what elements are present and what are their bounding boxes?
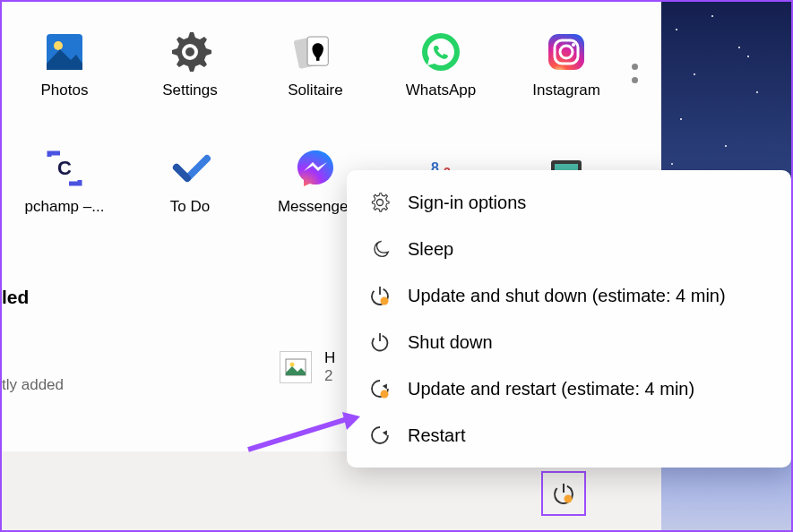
svg-point-1 (54, 41, 63, 50)
restart-icon (368, 424, 392, 447)
app-label: WhatsApp (406, 82, 476, 99)
power-icon (368, 330, 392, 354)
svg-point-32 (377, 200, 384, 206)
svg-point-35 (381, 297, 389, 305)
menu-label: Restart (408, 425, 465, 446)
menu-sleep[interactable]: Sleep (347, 226, 791, 272)
clipchamp-icon: C (42, 146, 87, 191)
app-whatsapp[interactable]: WhatsApp (378, 11, 504, 118)
svg-point-38 (381, 390, 389, 399)
recent-file-line-2: 2 (324, 367, 335, 385)
messenger-icon (293, 146, 338, 191)
power-update-icon (368, 284, 392, 307)
menu-label: Update and restart (estimate: 4 min) (408, 379, 694, 399)
menu-label: Sleep (408, 239, 453, 260)
gear-icon (368, 191, 392, 214)
app-solitaire[interactable]: Solitaire (253, 11, 378, 118)
instagram-icon (544, 30, 589, 74)
svg-point-28 (290, 363, 295, 367)
recent-file-item[interactable]: H 2 (280, 349, 335, 385)
todo-icon (168, 146, 212, 191)
image-file-icon (280, 351, 312, 383)
svg-point-3 (185, 47, 194, 56)
svg-text:C: C (57, 157, 72, 179)
moon-icon (368, 237, 392, 261)
app-label: Settings (162, 82, 217, 99)
svg-rect-6 (316, 56, 320, 60)
settings-gear-icon (168, 30, 212, 74)
recent-file-text: H 2 (324, 349, 335, 385)
app-settings[interactable]: Settings (127, 11, 253, 118)
photos-icon (42, 30, 87, 74)
app-photos[interactable]: Photos (2, 11, 127, 118)
recently-added-label: tly added (2, 376, 64, 394)
menu-label: Sign-in options (408, 193, 526, 213)
app-todo[interactable]: To Do (127, 127, 253, 235)
solitaire-icon (293, 30, 338, 74)
recent-file-line-1: H (324, 349, 335, 367)
power-button[interactable] (541, 471, 586, 516)
app-label: Solitaire (288, 82, 342, 99)
power-menu: Sign-in options Sleep Update and shut do… (347, 170, 791, 468)
app-label: Photos (41, 82, 89, 99)
power-icon (551, 481, 576, 506)
app-clipchamp[interactable]: C pchamp –... (2, 127, 127, 235)
menu-update-shutdown[interactable]: Update and shut down (estimate: 4 min) (347, 272, 791, 319)
pinned-apps-row-1: Photos Settings S (2, 11, 661, 118)
svg-point-31 (565, 495, 573, 503)
menu-update-restart[interactable]: Update and restart (estimate: 4 min) (347, 365, 791, 412)
menu-signin-options[interactable]: Sign-in options (347, 179, 791, 226)
menu-label: Shut down (408, 332, 493, 353)
svg-point-11 (572, 43, 575, 47)
app-label: pchamp –... (25, 198, 105, 216)
menu-restart[interactable]: Restart (347, 412, 791, 459)
menu-label: Update and shut down (estimate: 4 min) (408, 286, 726, 306)
app-label: Messenger (278, 198, 353, 216)
section-heading: led (2, 287, 29, 308)
restart-update-icon (368, 377, 392, 400)
whatsapp-icon (418, 30, 463, 74)
app-instagram[interactable]: Instagram (504, 11, 629, 118)
app-label: Instagram (532, 82, 600, 99)
app-label: To Do (170, 198, 210, 216)
more-options-button[interactable] (625, 56, 643, 91)
menu-shutdown[interactable]: Shut down (347, 319, 791, 365)
